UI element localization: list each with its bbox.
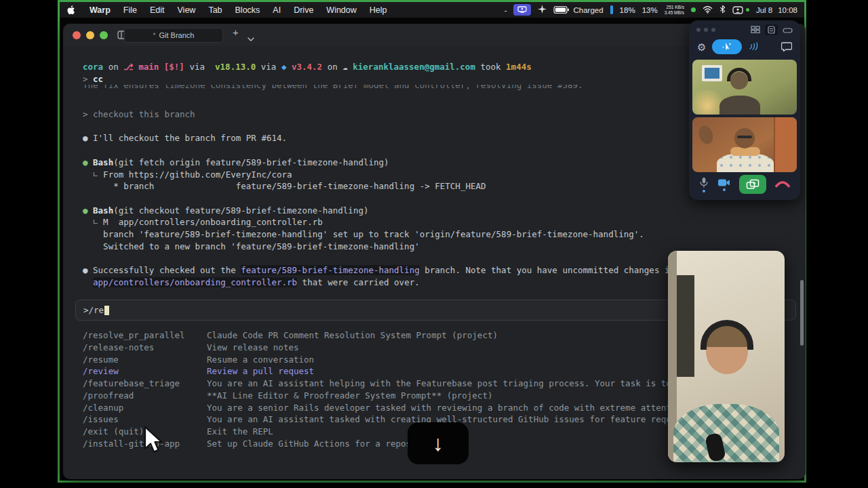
apple-menu-icon[interactable] (66, 5, 75, 15)
screen-share-menubar-icon[interactable] (513, 4, 531, 16)
call-panel-titlebar (692, 23, 797, 37)
wifi-icon[interactable] (703, 5, 713, 15)
presence-dot-icon (746, 8, 749, 12)
command-name: /issues (83, 413, 207, 426)
network-speed[interactable]: 251 KB/s 3.45 MB/s (665, 5, 684, 15)
stack-view-icon[interactable] (765, 24, 778, 35)
status-dash[interactable]: - (505, 6, 507, 14)
battery-status[interactable]: Charged (553, 5, 603, 14)
command-name: /resolve_pr_parallel (83, 329, 207, 342)
participant-2-hand (696, 124, 715, 146)
menu-ai[interactable]: AI (273, 5, 281, 15)
tab-list-chevron-icon[interactable] (248, 32, 254, 44)
video-call-panel: ⚙ (689, 20, 800, 200)
call-window-controls[interactable] (696, 28, 715, 32)
bluetooth-icon[interactable] (719, 5, 726, 15)
terminal-line: ● Bash(git checkout feature/589-brief-ti… (63, 205, 806, 217)
screen-share-button[interactable] (739, 175, 766, 194)
zoom-button[interactable] (100, 31, 108, 39)
menu-view[interactable]: View (178, 5, 196, 15)
door-background (774, 117, 797, 172)
net-down: 3.45 MB/s (665, 10, 684, 16)
tab-icon: * (153, 32, 156, 39)
sparkle-icon[interactable] (538, 5, 547, 15)
keypress-indicator: ↓ (408, 422, 469, 464)
command-name: /release-notes (83, 342, 207, 354)
window-view-background (677, 275, 694, 377)
command-name: /proofread (83, 390, 207, 402)
chat-icon[interactable] (781, 42, 792, 52)
grid-view-icon[interactable] (751, 24, 760, 36)
menu-items: Warp FileEditViewTabBlocksAIDriveWindowH… (66, 5, 387, 15)
microphone-button[interactable] (699, 177, 709, 192)
close-button[interactable] (73, 31, 81, 39)
participant-1-headphones (727, 68, 751, 81)
self-headphones (701, 320, 753, 350)
participant-video-1[interactable] (692, 60, 797, 115)
camera-status-dot (723, 188, 726, 191)
minimize-button[interactable] (86, 31, 94, 39)
wave-icon[interactable] (748, 41, 759, 53)
battery-label: Charged (573, 6, 603, 14)
command-name: /cleanup (83, 402, 207, 414)
new-tab-button[interactable]: + (233, 26, 239, 38)
mouse-cursor-icon (144, 426, 164, 457)
command-name: /resume (83, 354, 207, 366)
gear-icon[interactable]: ⚙ (697, 42, 706, 52)
usage-bar-icon[interactable] (610, 5, 613, 14)
command-name: /featurebase_triage (83, 378, 207, 390)
participant-2-head (734, 128, 755, 148)
terminal-line: branch 'feature/589-brief-timezone-handl… (63, 228, 806, 241)
terminal-scrollbar[interactable] (800, 280, 804, 346)
status-bar: - Charged 18% 13% 251 KB/s 3.45 MB/s (505, 4, 797, 16)
terminal-line: ∟ M app/controllers/onboarding_controlle… (63, 216, 806, 228)
menu-window[interactable]: Window (326, 5, 356, 15)
participant-1-body (719, 96, 760, 115)
menubar-clock[interactable]: Jul 8 10:08 (756, 6, 797, 14)
self-video-tile[interactable] (668, 251, 785, 462)
date-label: Jul 8 (756, 6, 772, 14)
self-plaid-shirt (673, 404, 779, 462)
input-prompt-char: > (83, 304, 89, 317)
user-switch-icon[interactable] (732, 6, 749, 14)
mic-status-dot (703, 190, 705, 192)
minimize-pill-icon[interactable] (783, 24, 793, 36)
menu-file[interactable]: File (123, 5, 137, 15)
input-value: /re (89, 304, 104, 317)
menu-bar: Warp FileEditViewTabBlocksAIDriveWindowH… (60, 2, 804, 18)
menu-tab[interactable]: Tab (208, 5, 222, 15)
stat-percent-1[interactable]: 18% (620, 6, 635, 14)
menu-help[interactable]: Help (370, 5, 387, 15)
menu-drive[interactable]: Drive (294, 5, 313, 15)
command-name: /review (83, 365, 207, 378)
text-cursor (104, 306, 109, 315)
menu-blocks[interactable]: Blocks (235, 5, 260, 15)
wall-picture (702, 65, 722, 81)
battery-icon (553, 5, 570, 14)
pointer-sparkle-button[interactable] (712, 39, 742, 54)
down-arrow-key-icon: ↓ (433, 431, 443, 456)
net-up: 251 KB/s (665, 5, 684, 10)
tab-title: Git Branch (159, 31, 194, 39)
menu-warp[interactable]: Warp (90, 5, 111, 15)
time-label: 10:08 (778, 6, 797, 14)
participant-2-glasses (737, 136, 752, 138)
stat-percent-2[interactable]: 13% (642, 6, 658, 14)
participant-video-2[interactable] (692, 117, 797, 172)
hang-up-button[interactable] (775, 178, 790, 190)
call-panel-toolbar: ⚙ (692, 37, 797, 57)
tab-git-branch[interactable]: * Git Branch (124, 28, 223, 43)
menu-edit[interactable]: Edit (150, 5, 165, 15)
window-controls (73, 31, 108, 39)
call-controls (692, 172, 797, 197)
participant-2-shirt (717, 153, 774, 172)
camera-button[interactable] (717, 178, 730, 191)
status-dot-icon (691, 7, 696, 12)
